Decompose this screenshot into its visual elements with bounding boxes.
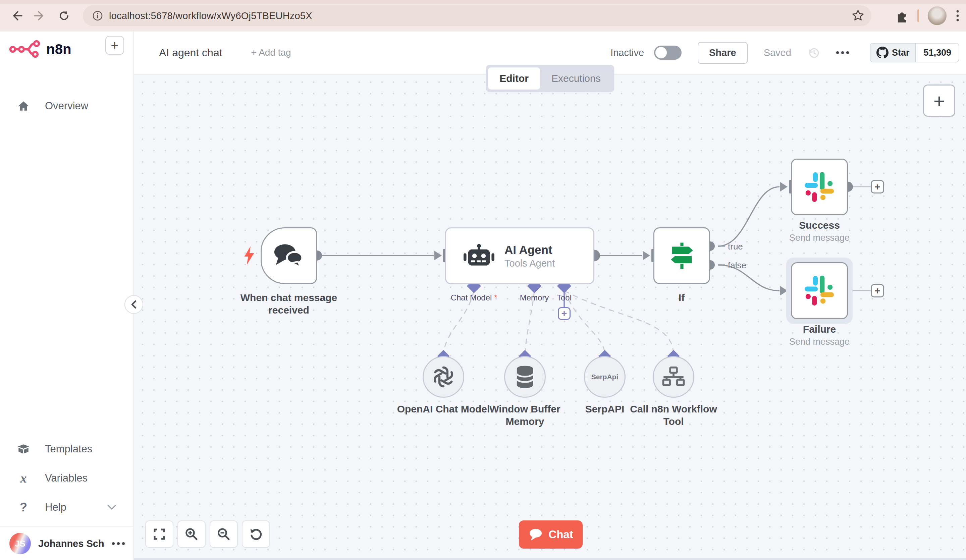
github-star-widget[interactable]: Star 51,309 [870, 43, 959, 62]
user-name: Johannes Schn... [38, 538, 105, 549]
chat-bubble-icon [528, 528, 543, 541]
add-tag-button[interactable]: + Add tag [251, 47, 291, 58]
chat-bubbles-icon [273, 242, 305, 269]
fit-view-button[interactable] [145, 521, 173, 548]
main: AI agent chat + Add tag Inactive Share S… [134, 31, 966, 560]
undo-icon [249, 527, 263, 541]
browser-forward-button[interactable] [30, 6, 50, 25]
node-failure[interactable] [791, 262, 848, 319]
chat-button-label: Chat [549, 528, 573, 541]
sidebar-item-label: Overview [45, 100, 88, 112]
question-mark-icon: ? [17, 500, 30, 514]
canvas-controls [145, 521, 270, 548]
url-text: localhost:5678/workflow/xWy6Oj5TBEUHzo5X [109, 10, 312, 21]
node-chat-trigger[interactable] [261, 227, 317, 284]
tab-executions[interactable]: Executions [540, 67, 612, 90]
reset-zoom-button[interactable] [242, 521, 270, 548]
saved-status: Saved [764, 47, 791, 58]
subnode-window-buffer-memory[interactable] [504, 356, 546, 398]
sidebar-item-overview[interactable]: Overview [0, 92, 133, 119]
browser-chrome: localhost:5678/workflow/xWy6Oj5TBEUHzo5X [0, 0, 966, 31]
sidebar-item-templates[interactable]: Templates [0, 435, 133, 462]
trigger-lightning-icon [244, 246, 255, 265]
url-bar[interactable]: localhost:5678/workflow/xWy6Oj5TBEUHzo5X [83, 5, 871, 26]
database-icon [515, 365, 535, 389]
add-next-node-button[interactable]: + [871, 284, 884, 297]
n8n-logo[interactable]: n8n [9, 39, 71, 59]
output-label-true: true [728, 241, 743, 252]
canvas-bottom-edge [134, 558, 966, 560]
tab-editor[interactable]: Editor [488, 67, 540, 90]
browser-actions [895, 6, 960, 25]
workflow-title[interactable]: AI agent chat [159, 47, 222, 59]
chat-button[interactable]: Chat [519, 521, 583, 549]
sidebar-item-label: Templates [45, 443, 92, 455]
avatar: JS [9, 533, 31, 554]
back-arrow-icon [10, 10, 23, 22]
extensions-puzzle-icon[interactable] [895, 9, 909, 23]
history-icon[interactable] [807, 46, 820, 59]
app: n8n + Overview Templates x Variables ? [0, 31, 966, 560]
sidebar-collapse-button[interactable] [125, 295, 143, 314]
subnode-openai-chat-model[interactable] [422, 356, 464, 398]
browser-reload-button[interactable] [54, 6, 74, 25]
add-node-button[interactable]: + [923, 84, 955, 117]
node-ai-agent[interactable]: AI Agent Tools Agent [445, 227, 594, 284]
sidebar: n8n + Overview Templates x Variables ? [0, 31, 134, 560]
bookmark-star-icon[interactable] [851, 9, 865, 23]
sidebar-divider [0, 526, 133, 527]
toggle-knob [656, 47, 667, 58]
page: localhost:5678/workflow/xWy6Oj5TBEUHzo5X [0, 0, 966, 560]
share-button[interactable]: Share [698, 42, 748, 64]
header-controls: Inactive Share Saved Star 51,309 [610, 42, 959, 64]
zoom-out-button[interactable] [210, 521, 238, 548]
box-icon [17, 443, 30, 455]
node-label: If [631, 292, 732, 304]
add-tool-button[interactable]: + [558, 307, 570, 320]
node-label: Success [769, 219, 870, 232]
forward-arrow-icon [34, 10, 46, 22]
fit-view-icon [153, 528, 166, 540]
site-info-icon[interactable] [91, 9, 104, 23]
workflow-menu-icon[interactable] [836, 51, 849, 54]
subnode-serpapi[interactable]: SerpApi [584, 356, 626, 398]
add-next-node-button[interactable]: + [871, 180, 884, 194]
add-workflow-button[interactable]: + [105, 36, 124, 55]
node-subtitle: Send message [769, 337, 870, 347]
chevron-down-icon [107, 505, 116, 510]
zoom-in-icon [185, 527, 198, 541]
home-icon [17, 100, 30, 111]
activation-toggle[interactable] [654, 46, 682, 60]
sidebar-item-label: Help [45, 501, 66, 513]
node-if[interactable] [653, 227, 710, 284]
port-label-tool: Tool [531, 293, 598, 302]
activation-status-label: Inactive [610, 47, 644, 58]
sidebar-item-variables[interactable]: x Variables [0, 465, 133, 492]
workflow-canvas[interactable]: + When chat message received [134, 74, 966, 560]
slack-icon [803, 171, 836, 203]
port-label-text: Chat Model [451, 293, 492, 302]
subnode-label: Call n8n Workflow Tool [623, 403, 724, 427]
sidebar-item-help[interactable]: ? Help [0, 494, 133, 521]
sidebar-item-label: Variables [45, 472, 87, 484]
reload-icon [58, 10, 70, 22]
zoom-in-button[interactable] [177, 521, 205, 548]
signpost-icon [667, 241, 697, 271]
user-menu[interactable]: JS Johannes Schn... [9, 532, 125, 555]
output-label-false: false [728, 260, 746, 271]
logo-text: n8n [46, 41, 71, 57]
node-subtitle: Send message [769, 233, 870, 243]
github-star-label: Star [892, 48, 910, 58]
required-mark: * [494, 293, 497, 302]
browser-menu-icon[interactable] [955, 9, 960, 23]
user-overflow-menu-icon[interactable] [112, 542, 125, 545]
github-star-count[interactable]: 51,309 [916, 44, 959, 62]
node-success[interactable] [791, 159, 848, 215]
robot-icon [463, 243, 495, 268]
browser-profile-avatar[interactable] [928, 7, 946, 25]
subnode-call-n8n-workflow-tool[interactable] [653, 356, 694, 398]
node-title: AI Agent [504, 243, 555, 256]
browser-back-button[interactable] [7, 6, 26, 25]
github-star-button[interactable]: Star [871, 44, 916, 62]
node-label: When chat message received [238, 292, 339, 316]
